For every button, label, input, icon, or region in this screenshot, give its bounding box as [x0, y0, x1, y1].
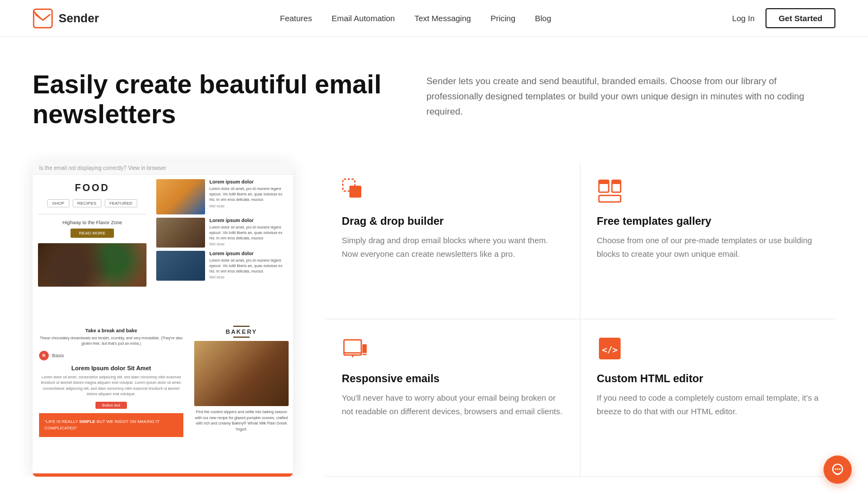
- svg-point-19: [839, 469, 841, 470]
- email-article-1-image: [156, 179, 205, 214]
- nav-right: Log In Get Started: [732, 8, 835, 28]
- templates-icon: [597, 178, 623, 204]
- email-food-nav-recipes: RECIPES: [73, 199, 101, 207]
- quote-text: "LIFE IS REALLY SIMPLE BUT WE INSIST ON …: [44, 419, 159, 431]
- svg-rect-5: [599, 180, 609, 184]
- hero-description: Sender lets you create and send beautifu…: [426, 74, 835, 119]
- feature-responsive-desc: You'll never have to worry about your em…: [342, 391, 564, 419]
- email-article-3: Lorem ipsum dolor Lorem dolor sit amet, …: [156, 251, 289, 281]
- email-article-2-body: Lorem dolor sit amet, pro id munere lege…: [209, 225, 289, 240]
- email-bake-desc: These chocolatey dreamboats are tender, …: [39, 336, 183, 346]
- email-top-bar-text: Is the email not displaying correctly? V…: [39, 165, 166, 171]
- email-food-image-inner: [38, 243, 146, 287]
- get-started-button[interactable]: Get Started: [765, 8, 835, 28]
- svg-text:</>: </>: [602, 345, 618, 355]
- feature-drag-drop-desc: Simply drag and drop email blocks where …: [342, 234, 564, 261]
- bakery-header: BAKERY: [194, 326, 289, 338]
- bakery-caption: Find the coolest slippers and settle int…: [194, 409, 289, 432]
- logo-text: Sender: [59, 11, 99, 26]
- email-left-panel: FOOD SHOP RECIPES FEATURED Highway to th…: [33, 175, 152, 321]
- email-article-3-body: Lorem dolor sit amet, pro id munere lege…: [209, 258, 289, 274]
- logo-icon: [33, 8, 53, 29]
- btn-text-demo[interactable]: Button text: [95, 402, 126, 409]
- lorem-body: Lorem dolor sit amet, consectetur adipis…: [39, 375, 183, 397]
- email-food-cta-button[interactable]: READ MORE: [71, 229, 114, 238]
- feature-templates-desc: Choose from one of our pre-made template…: [597, 234, 819, 261]
- main-content: Easily create beautiful email newsletter…: [0, 37, 868, 477]
- bakery-line-2: [233, 337, 250, 338]
- email-preview: Is the email not displaying correctly? V…: [33, 162, 293, 477]
- email-right-panel: Lorem ipsum dolor Lorem dolor sit amet, …: [152, 175, 293, 321]
- email-food-nav: SHOP RECIPES FEATURED: [38, 199, 146, 207]
- logo[interactable]: Sender: [33, 8, 99, 29]
- hero-right: Sender lets you create and send beautifu…: [426, 69, 835, 129]
- email-food-image: [38, 243, 146, 287]
- email-bottom-left: Take a break and bake These chocolatey d…: [33, 321, 190, 473]
- bakery-image: [194, 341, 289, 406]
- email-article-1-title: Lorem ipsum dolor: [209, 179, 289, 185]
- feature-drag-drop: Drag & drop builder Simply drag and drop…: [326, 162, 580, 319]
- bakery-line-1: [233, 326, 250, 327]
- email-article-3-image: [156, 251, 205, 281]
- lorem-title: Lorem Ipsum dolor Sit Amet: [39, 365, 183, 371]
- email-bakery-section: BAKERY Find the coolest slippers and set…: [190, 321, 293, 473]
- email-article-1-text: Lorem ipsum dolor Lorem dolor sit amet, …: [209, 179, 289, 214]
- basix-badge: B Basix: [39, 351, 183, 360]
- email-food-header: FOOD: [38, 182, 146, 194]
- email-bake-subtitle: Take a break and bake: [39, 328, 183, 333]
- nav-link-pricing[interactable]: Pricing: [490, 14, 515, 23]
- responsive-icon: [342, 336, 368, 362]
- svg-point-18: [837, 469, 839, 470]
- login-link[interactable]: Log In: [732, 14, 755, 23]
- nav-link-features[interactable]: Features: [280, 14, 312, 23]
- basix-text: Basix: [52, 353, 64, 358]
- hero-left: Easily create beautiful email newsletter…: [33, 69, 394, 129]
- html-icon: </>: [597, 336, 623, 362]
- email-article-3-more: Mel esse: [209, 275, 289, 279]
- nav-link-blog[interactable]: Blog: [535, 14, 551, 23]
- email-article-3-text: Lorem ipsum dolor Lorem dolor sit amet, …: [209, 251, 289, 281]
- feature-html-editor: </> Custom HTML editor If you need to co…: [580, 319, 835, 477]
- feature-html-editor-desc: If you need to code a completely custom …: [597, 391, 819, 419]
- email-food-nav-featured: FEATURED: [105, 199, 138, 207]
- quote-block: "LIFE IS REALLY SIMPLE BUT WE INSIST ON …: [39, 413, 183, 437]
- email-article-2: Lorem ipsum dolor Lorem dolor sit amet, …: [156, 218, 289, 248]
- feature-responsive-title: Responsive emails: [342, 372, 564, 385]
- svg-rect-3: [349, 186, 361, 198]
- nav-link-email-automation[interactable]: Email Automation: [331, 14, 395, 23]
- feature-html-editor-title: Custom HTML editor: [597, 372, 819, 385]
- feature-drag-drop-title: Drag & drop builder: [342, 215, 564, 227]
- features-grid: Drag & drop builder Simply drag and drop…: [326, 162, 835, 477]
- hero-section: Easily create beautiful email newsletter…: [33, 69, 835, 129]
- email-preview-bottom: Take a break and bake These chocolatey d…: [33, 321, 293, 473]
- svg-rect-0: [34, 9, 52, 28]
- svg-rect-7: [612, 180, 621, 184]
- hero-title: Easily create beautiful email newsletter…: [33, 69, 394, 129]
- email-article-2-more: Mel esse: [209, 242, 289, 246]
- basix-circle: B: [39, 351, 49, 360]
- chat-icon: [831, 463, 845, 477]
- email-food-subtitle: Highway to the Flavor Zone: [38, 220, 146, 225]
- orange-strip: [33, 473, 293, 477]
- nav-link-text-messaging[interactable]: Text Messaging: [414, 14, 471, 23]
- email-article-3-title: Lorem ipsum dolor: [209, 251, 289, 256]
- drag-drop-icon: [342, 178, 368, 204]
- feature-responsive: Responsive emails You'll never have to w…: [326, 319, 580, 477]
- email-article-1-more: Mel esse: [209, 204, 289, 208]
- bakery-name: BAKERY: [194, 328, 289, 335]
- feature-templates-title: Free templates gallery: [597, 215, 819, 227]
- nav-links: Features Email Automation Text Messaging…: [280, 14, 551, 23]
- email-preview-container: Is the email not displaying correctly? V…: [33, 162, 293, 477]
- feature-templates: Free templates gallery Choose from one o…: [580, 162, 835, 319]
- email-article-2-image: [156, 218, 205, 248]
- email-food-nav-shop: SHOP: [47, 199, 69, 207]
- navigation: Sender Features Email Automation Text Me…: [0, 0, 868, 37]
- content-area: Is the email not displaying correctly? V…: [33, 162, 835, 477]
- bakery-decorative-lines-2: [194, 337, 289, 338]
- email-article-2-title: Lorem ipsum dolor: [209, 218, 289, 223]
- svg-rect-8: [599, 195, 621, 202]
- email-article-2-text: Lorem ipsum dolor Lorem dolor sit amet, …: [209, 218, 289, 248]
- email-preview-top-bar: Is the email not displaying correctly? V…: [33, 162, 293, 175]
- email-article-1: Lorem ipsum dolor Lorem dolor sit amet, …: [156, 179, 289, 214]
- email-preview-inner: FOOD SHOP RECIPES FEATURED Highway to th…: [33, 175, 293, 321]
